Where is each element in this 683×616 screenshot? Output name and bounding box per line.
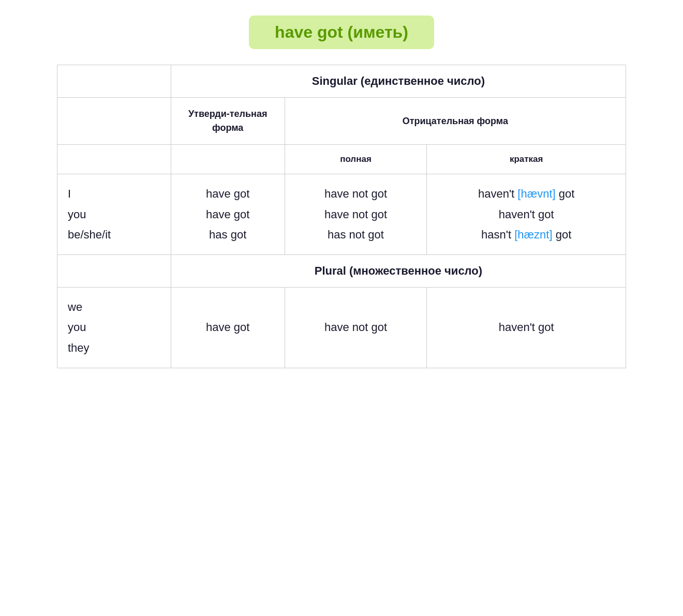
affirmative-label: Утверди-тельная форма [182,107,274,135]
short-form-header: краткая [427,145,626,174]
plural-negative-short: haven't got [427,287,626,368]
phonetic-havent: [hævnt] [517,187,555,200]
plural-data-row: weyouthey have got have not got haven't … [57,287,626,368]
empty-cell-3 [57,145,171,174]
singular-negative-short-forms: haven't [hævnt] got haven't got hasn't [… [427,174,626,255]
page-container: have got (иметь) Singular (единственное … [57,16,626,368]
sub-headers-row: полная краткая [57,145,626,174]
title-badge: have got (иметь) [249,16,434,49]
plural-header: Plural (множественное число) [171,254,626,287]
negative-header: Отрицательная форма [285,98,626,145]
empty-cell-5 [57,254,171,287]
singular-affirmative-forms: have gothave gothas got [171,174,285,255]
col-headers-row: Утверди-тельная форма Отрицательная форм… [57,98,626,145]
phonetic-hasnt: [hæznt] [514,228,552,241]
plural-pronouns: weyouthey [57,287,171,368]
grammar-table: Singular (единственное число) Утверди-те… [57,65,626,368]
plural-affirmative: have got [171,287,285,368]
singular-data-row: Iyoube/she/it have gothave gothas got ha… [57,174,626,255]
empty-cell-1 [57,65,171,98]
singular-negative-full-forms: have not gothave not gothas not got [285,174,427,255]
singular-header: Singular (единственное число) [171,65,626,98]
affirmative-header: Утверди-тельная форма [171,98,285,145]
empty-cell-2 [57,98,171,145]
empty-cell-4 [171,145,285,174]
singular-header-row: Singular (единственное число) [57,65,626,98]
page-title: have got (иметь) [275,23,408,41]
plural-header-row: Plural (множественное число) [57,254,626,287]
full-form-header: полная [285,145,427,174]
singular-pronouns: Iyoube/she/it [57,174,171,255]
plural-negative-full: have not got [285,287,427,368]
